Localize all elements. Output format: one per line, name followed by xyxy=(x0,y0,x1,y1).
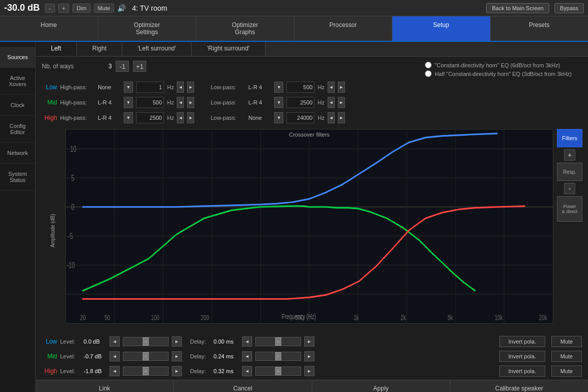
graph-area: Amplitude (dB) Crossover filters xyxy=(40,129,584,332)
invert-pola-high-button[interactable]: Invert pola. xyxy=(499,365,545,377)
ld-delay-mid-right[interactable]: ► xyxy=(304,351,314,361)
tab-optimizer-settings[interactable]: Optimizer Settings xyxy=(98,16,197,41)
ld-delay-low-left[interactable]: ◄ xyxy=(242,336,252,347)
tab-setup[interactable]: Setup xyxy=(392,16,491,41)
bottom-bar: Link Cancel Apply Calibrate speaker xyxy=(36,380,588,392)
sub-tab-right-surround[interactable]: 'Right surround' xyxy=(192,42,265,56)
ld-level-high-slider[interactable]: II xyxy=(123,367,169,376)
lp-freq-mid-inc[interactable]: ► xyxy=(338,97,345,108)
top-bar: -30.0 dB - + Dim Mute 🔊 4: TV room Back … xyxy=(0,0,588,16)
band-label-mid: Mid xyxy=(42,99,57,106)
mute-high-button[interactable]: Mute xyxy=(551,365,582,377)
lp-freq-mid-dec[interactable]: ◄ xyxy=(328,97,335,108)
lp-filter-high-dropdown[interactable]: ▼ xyxy=(274,112,283,123)
ld-row-mid: Mid Level: -0.7 dB ◄ II ► Delay: 0.24 ms… xyxy=(42,350,582,363)
sidebar-item-clock[interactable]: Clock xyxy=(0,95,35,116)
lp-freq-mid[interactable] xyxy=(286,97,314,108)
cancel-button[interactable]: Cancel xyxy=(174,380,312,392)
ld-delay-high-left[interactable]: ◄ xyxy=(242,366,252,376)
eq-option2-label: Half "Constant-directivity horn" EQ (3dB… xyxy=(435,71,572,77)
lp-filter-low-dropdown[interactable]: ▼ xyxy=(274,82,283,93)
bypass-button[interactable]: Bypass xyxy=(554,3,584,13)
lp-freq-high-inc[interactable]: ► xyxy=(338,112,345,123)
apply-button[interactable]: Apply xyxy=(312,380,450,392)
eq-option1-radio[interactable] xyxy=(425,62,432,68)
graph-plus-button[interactable]: + xyxy=(564,149,575,161)
hp-freq-mid-inc[interactable]: ► xyxy=(187,97,194,108)
ld-delay-high-right[interactable]: ► xyxy=(304,366,314,376)
ld-delay-low-slider[interactable]: II xyxy=(255,337,301,346)
invert-pola-mid-button[interactable]: Invert pola. xyxy=(499,351,545,362)
plus-button[interactable]: + xyxy=(58,4,69,13)
ld-level-high-right[interactable]: ► xyxy=(172,366,182,376)
sidebar-item-network[interactable]: Network xyxy=(0,143,35,164)
sub-tab-left-surround[interactable]: 'Left surround' xyxy=(122,42,192,56)
ld-level-low-left[interactable]: ◄ xyxy=(110,336,120,347)
sidebar-item-system-status[interactable]: System Status xyxy=(0,164,35,191)
hp-freq-high-inc[interactable]: ► xyxy=(187,112,194,123)
mute-mid-button[interactable]: Mute xyxy=(551,351,582,362)
ld-delay-mid: 0.24 ms xyxy=(213,353,239,359)
zone-name: 4: TV room xyxy=(132,4,481,12)
ld-level-mid-right[interactable]: ► xyxy=(172,351,182,361)
sidebar-item-sources[interactable]: Sources xyxy=(0,47,35,68)
hp-freq-mid[interactable] xyxy=(136,97,164,108)
resp-button[interactable]: Resp. xyxy=(557,163,582,181)
ways-minus-button[interactable]: -1 xyxy=(116,61,129,72)
invert-pola-low-button[interactable]: Invert pola. xyxy=(499,336,545,347)
sidebar-item-active-xovers[interactable]: Active Xovers xyxy=(0,68,35,95)
mute-button[interactable]: Mute xyxy=(94,4,114,13)
calibrate-speaker-button[interactable]: Calibrate speaker xyxy=(450,380,588,392)
ld-delay-low-right[interactable]: ► xyxy=(304,336,314,347)
lp-filter-mid-dropdown[interactable]: ▼ xyxy=(274,97,283,108)
hp-filter-mid-dropdown[interactable]: ▼ xyxy=(124,97,133,108)
hp-filter-low-dropdown[interactable]: ▼ xyxy=(124,82,133,93)
hp-freq-high-dec[interactable]: ◄ xyxy=(177,112,184,123)
svg-text:20k: 20k xyxy=(539,313,547,322)
ld-level-mid-left[interactable]: ◄ xyxy=(110,351,120,361)
ld-level-high-left[interactable]: ◄ xyxy=(110,366,120,376)
sidebar: Sources Active Xovers Clock Config Edito… xyxy=(0,42,36,392)
mute-low-button[interactable]: Mute xyxy=(551,336,582,347)
back-to-main-button[interactable]: Back to Main Screen xyxy=(486,3,549,13)
hp-filter-high: L-R 4 xyxy=(98,115,121,121)
lp-freq-high[interactable] xyxy=(286,112,314,123)
sidebar-item-config-editor[interactable]: Config Editor xyxy=(0,116,35,143)
sub-tab-right[interactable]: Right xyxy=(77,42,122,56)
ld-level-mid-slider[interactable]: II xyxy=(123,352,169,361)
dim-button[interactable]: Dim xyxy=(72,4,91,13)
minus-button[interactable]: - xyxy=(45,4,55,13)
ld-delay-mid-left[interactable]: ◄ xyxy=(242,351,252,361)
link-button[interactable]: Link xyxy=(36,380,174,392)
ld-band-mid: Mid xyxy=(42,353,57,360)
power-direct-button[interactable]: Power & direct xyxy=(557,196,582,222)
hp-freq-low[interactable] xyxy=(136,82,164,93)
svg-text:50: 50 xyxy=(104,313,110,322)
lp-freq-low-inc[interactable]: ► xyxy=(338,82,345,93)
ld-level-low-right[interactable]: ► xyxy=(172,336,182,347)
hp-freq-mid-dec[interactable]: ◄ xyxy=(177,97,184,108)
ld-level-low: 0.0 dB xyxy=(84,338,106,345)
hp-freq-high[interactable] xyxy=(136,112,164,123)
tab-presets[interactable]: Presets xyxy=(491,16,589,41)
lp-freq-low[interactable] xyxy=(286,82,314,93)
ld-level-low-slider[interactable]: II xyxy=(123,337,169,346)
eq-option2-radio[interactable] xyxy=(425,70,432,77)
ways-plus-button[interactable]: +1 xyxy=(133,61,146,72)
graph-minus-button[interactable]: - xyxy=(564,183,575,194)
hp-filter-high-dropdown[interactable]: ▼ xyxy=(124,112,133,123)
filters-button[interactable]: Filters xyxy=(557,129,582,147)
svg-text:20: 20 xyxy=(80,313,86,322)
ways-value: 3 xyxy=(109,63,112,70)
lp-freq-high-dec[interactable]: ◄ xyxy=(328,112,335,123)
hp-freq-low-dec[interactable]: ◄ xyxy=(177,82,184,93)
ld-delay-high-slider[interactable]: II xyxy=(255,367,301,376)
lp-freq-low-dec[interactable]: ◄ xyxy=(328,82,335,93)
sub-tabs: Left Right 'Left surround' 'Right surrou… xyxy=(36,42,588,57)
sub-tab-left[interactable]: Left xyxy=(36,42,77,56)
tab-optimizer-graphs[interactable]: Optimizer Graphs xyxy=(196,16,295,41)
hp-freq-low-inc[interactable]: ► xyxy=(187,82,194,93)
tab-processor[interactable]: Processor xyxy=(295,16,393,41)
ld-delay-mid-slider[interactable]: II xyxy=(255,352,301,361)
tab-home[interactable]: Home xyxy=(0,16,98,41)
